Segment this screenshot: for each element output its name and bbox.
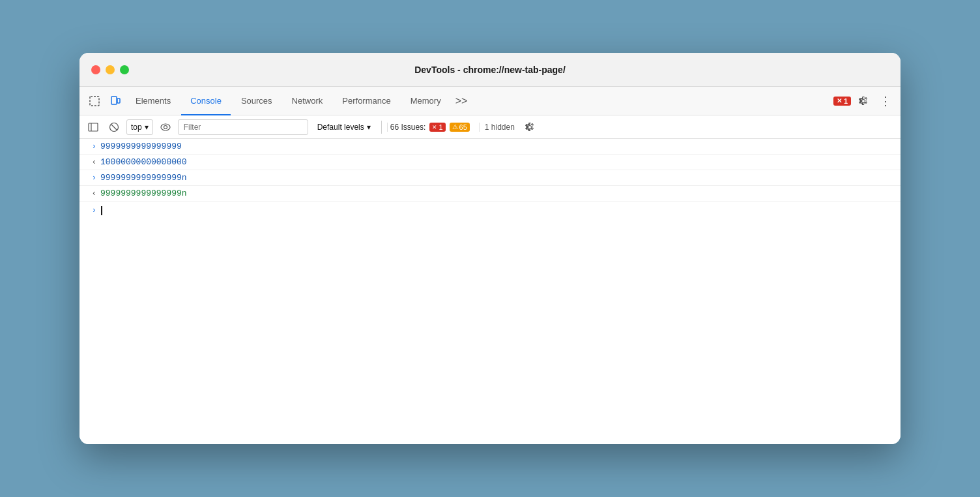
inspect-icon: [89, 95, 100, 107]
console-output: › 9999999999999999 ‹ 10000000000000000 ›…: [79, 139, 901, 444]
console-toolbar: top ▾ Default levels ▾ 66 Issues:: [79, 115, 901, 139]
clear-console-button[interactable]: [106, 119, 122, 136]
more-tabs-button[interactable]: >>: [452, 95, 472, 107]
warning-issues-icon: ⚠: [452, 123, 458, 130]
warning-issues-count: 65: [459, 123, 467, 131]
console-value-2: 10000000000000000: [100, 157, 187, 167]
tab-console[interactable]: Console: [181, 87, 231, 115]
console-value-1: 9999999999999999: [100, 142, 182, 151]
minimize-button[interactable]: [106, 65, 115, 74]
toolbar-divider-1: [381, 121, 382, 134]
hidden-badge: 1 hidden: [479, 123, 515, 132]
prompt-arrow: ›: [79, 206, 100, 215]
console-line: › 9999999999999999: [79, 139, 901, 155]
log-levels-arrow-icon: ▾: [367, 123, 371, 132]
cursor: [101, 206, 102, 215]
window-title: DevTools - chrome://new-tab-page/: [414, 65, 566, 75]
traffic-lights: [91, 65, 129, 74]
settings-gear-icon: [858, 96, 869, 106]
warning-issues-badge[interactable]: ⚠ 65: [450, 123, 470, 132]
log-levels-label: Default levels: [317, 123, 364, 132]
tab-sources[interactable]: Sources: [232, 87, 281, 115]
console-settings-icon: [525, 122, 535, 132]
error-issues-x-icon: ✕: [432, 124, 437, 130]
console-input-line[interactable]: ›: [79, 202, 901, 220]
devtools-window: DevTools - chrome://new-tab-page/ Elemen…: [79, 53, 901, 444]
title-bar: DevTools - chrome://new-tab-page/: [79, 53, 901, 87]
eye-icon: [160, 122, 171, 132]
close-button[interactable]: [91, 65, 100, 74]
console-line: ‹ 10000000000000000: [79, 155, 901, 170]
svg-rect-1: [111, 97, 117, 104]
tab-memory[interactable]: Memory: [401, 87, 450, 115]
error-issues-badge[interactable]: ✕ 1: [429, 123, 445, 132]
console-settings-button[interactable]: [521, 119, 538, 136]
more-options-button[interactable]: ⋮: [876, 91, 895, 111]
console-value-3: 9999999999999999n: [100, 173, 187, 183]
live-expressions-button[interactable]: [157, 119, 174, 136]
output-arrow-2: ‹: [79, 158, 100, 167]
output-arrow-4: ‹: [79, 189, 100, 198]
issues-label: 66 Issues:: [390, 123, 426, 132]
svg-rect-3: [89, 123, 98, 131]
error-count-badge[interactable]: ✕ 1: [833, 97, 851, 106]
context-dropdown[interactable]: top ▾: [126, 119, 153, 135]
inspect-icon-button[interactable]: [85, 91, 104, 111]
device-toolbar-button[interactable]: [106, 91, 125, 111]
console-line: ‹ 9999999999999999n: [79, 186, 901, 202]
tab-bar-right: ✕ 1 ⋮: [833, 91, 895, 111]
clear-console-icon: [109, 122, 119, 132]
input-arrow-1: ›: [79, 142, 100, 151]
svg-point-7: [161, 124, 170, 130]
sidebar-toggle-button[interactable]: [85, 119, 102, 136]
dropdown-arrow-icon: ▾: [145, 123, 149, 132]
error-issues-count: 1: [439, 123, 442, 131]
svg-point-8: [164, 125, 167, 128]
input-arrow-3: ›: [79, 173, 100, 183]
context-label: top: [131, 123, 142, 132]
settings-button[interactable]: [854, 91, 873, 111]
sidebar-toggle-icon: [88, 122, 98, 132]
svg-rect-2: [117, 98, 120, 103]
filter-input[interactable]: [178, 119, 308, 135]
device-toolbar-icon: [109, 95, 121, 107]
maximize-button[interactable]: [120, 65, 129, 74]
tab-bar: Elements Console Sources Network Perform…: [79, 87, 901, 115]
tab-elements[interactable]: Elements: [126, 87, 180, 115]
console-value-4: 9999999999999999n: [100, 188, 187, 198]
tab-network[interactable]: Network: [283, 87, 332, 115]
devtools-body: Elements Console Sources Network Perform…: [79, 87, 901, 444]
log-levels-dropdown[interactable]: Default levels ▾: [312, 119, 376, 135]
more-options-icon: ⋮: [880, 94, 891, 108]
console-line: › 9999999999999999n: [79, 170, 901, 186]
tab-performance[interactable]: Performance: [333, 87, 399, 115]
error-x-icon: ✕: [837, 97, 842, 104]
issues-area: 66 Issues: ✕ 1 ⚠ 65: [387, 123, 472, 132]
svg-rect-0: [90, 97, 99, 106]
svg-line-6: [111, 124, 117, 130]
